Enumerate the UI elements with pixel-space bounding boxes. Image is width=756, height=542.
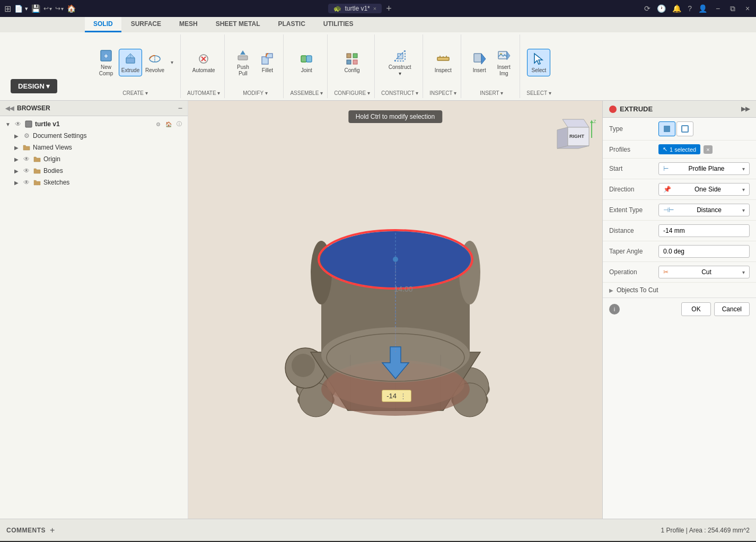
extrude-expand-icon[interactable]: ▶▶ [741, 106, 750, 112]
turtle-settings-icon[interactable]: ⚙ [154, 120, 162, 128]
save-button[interactable]: 💾 [31, 4, 40, 13]
profiles-clear-button[interactable]: × [704, 145, 712, 154]
automate-button[interactable]: Automate [192, 49, 215, 76]
redo-button[interactable]: ↪▾ [55, 5, 64, 12]
objects-to-cut-row[interactable]: ▶ Objects To Cut [603, 283, 756, 298]
browser-pin-icon[interactable]: − [178, 104, 182, 112]
tree-item-doc-settings[interactable]: ▶ ⚙ Document Settings [0, 130, 188, 142]
select-button[interactable]: Select [527, 49, 550, 76]
body-icon-turtle [24, 120, 33, 128]
collapse-icon[interactable]: ◀◀ [5, 105, 14, 112]
comments-label: COMMENTS [6, 527, 46, 534]
dimension-value-box[interactable]: -14 ⋮ [382, 390, 411, 402]
doc-settings-label: Document Settings [33, 132, 183, 139]
tab-mesh[interactable]: MESH [171, 17, 206, 32]
cancel-button[interactable]: Cancel [714, 302, 750, 316]
push-pull-button[interactable]: PushPull [231, 49, 254, 76]
construct-button[interactable]: Construct ▾ [388, 49, 411, 76]
select-group-label: SELECT ▾ [526, 90, 551, 96]
new-component-label: NewComp [99, 64, 113, 77]
maximize-button[interactable]: ⧉ [728, 4, 737, 13]
direction-select[interactable]: 📌 One Side ▾ [658, 183, 750, 196]
settings-icon-doc[interactable]: ⚙ [22, 132, 31, 140]
tree-item-bodies[interactable]: ▶ 👁 Bodies [0, 165, 188, 177]
tab-turtle[interactable]: 🐢 turtle v1* × [328, 4, 382, 13]
help-icon[interactable]: ? [688, 4, 692, 13]
extrude-title: EXTRUDE [620, 105, 653, 113]
close-window-button[interactable]: × [743, 4, 752, 13]
nav-cube[interactable]: RIGHT Z [549, 111, 597, 159]
app-menu[interactable]: 📄 ▾ [14, 5, 28, 13]
revolve-icon [147, 51, 162, 66]
configure-group-label: CONFIGURE ▾ [334, 90, 370, 96]
joint-button[interactable]: Joint [295, 49, 318, 76]
start-select[interactable]: ⊢ Profile Plane ▾ [658, 162, 750, 175]
taper-angle-input[interactable]: 0.0 deg [658, 245, 750, 258]
user-avatar[interactable]: 👤 [698, 4, 707, 13]
svg-point-44 [292, 354, 315, 377]
new-component-icon: + [99, 48, 113, 63]
distance-input[interactable]: -14 mm [658, 224, 750, 237]
tree-item-sketches[interactable]: ▶ 👁 Sketches [0, 177, 188, 188]
eye-icon-sketches[interactable]: 👁 [22, 178, 31, 187]
type-solid-button[interactable] [658, 121, 675, 136]
direction-control: 📌 One Side ▾ [658, 183, 750, 196]
tab-solid[interactable]: SOLID [85, 17, 121, 32]
tab-utilities[interactable]: UTILITIES [315, 17, 362, 32]
measure-button[interactable]: Inspect [432, 49, 455, 76]
history-icon[interactable]: 🕐 [657, 4, 666, 13]
type-thin-button[interactable] [676, 121, 693, 136]
eye-icon-turtle[interactable]: 👁 [14, 120, 22, 128]
tree-item-turtle[interactable]: ▼ 👁 turtle v1 ⚙ 🏠 ⓘ [0, 118, 188, 130]
new-tab-button[interactable]: + [386, 3, 392, 14]
info-button[interactable]: i [609, 304, 620, 314]
eye-icon-origin[interactable]: 👁 [22, 155, 31, 163]
tab-plastic[interactable]: PLASTIC [269, 17, 313, 32]
ribbon-group-construct: Construct ▾ CONSTRUCT ▾ [377, 34, 423, 98]
folder-icon-named-views [22, 143, 31, 152]
home-button[interactable]: 🏠 [67, 4, 76, 13]
tree-item-named-views[interactable]: ▶ Named Views [0, 142, 188, 153]
operation-label: Operation [609, 268, 654, 276]
extrude-button[interactable]: Extrude [119, 49, 142, 76]
tab-sheet-metal[interactable]: SHEET METAL [207, 17, 269, 32]
file-dropdown[interactable]: ▾ [25, 5, 28, 12]
tree-arrow-origin: ▶ [13, 155, 20, 163]
fillet-button[interactable]: Fillet [256, 49, 279, 76]
tree-arrow-bodies: ▶ [13, 167, 20, 174]
dimension-more-icon[interactable]: ⋮ [400, 392, 407, 400]
operation-chevron-icon: ▾ [742, 269, 745, 275]
turtle-home-icon[interactable]: 🏠 [164, 120, 173, 128]
grid-icon[interactable]: ⊞ [4, 4, 11, 14]
revolve-button[interactable]: Revolve [143, 49, 166, 76]
extent-type-control: ⊣⊢ Distance ▾ [658, 204, 750, 216]
extrude-label: Extrude [121, 67, 139, 74]
tree-item-origin[interactable]: ▶ 👁 Origin [0, 153, 188, 165]
operation-select[interactable]: ✂ Cut ▾ [658, 266, 750, 278]
push-pull-label: PushPull [237, 64, 249, 77]
eye-icon-bodies[interactable]: 👁 [22, 167, 31, 175]
notification-icon[interactable]: 🔔 [672, 4, 681, 13]
insert-button[interactable]: Insert [468, 49, 491, 76]
svg-text:Z: Z [593, 119, 596, 124]
design-button[interactable]: DESIGN ▾ [11, 79, 57, 93]
extent-type-select[interactable]: ⊣⊢ Distance ▾ [658, 204, 750, 216]
ribbon-group-insert: Insert InsertImg INSERT ▾ [463, 34, 520, 98]
viewport[interactable]: Hold Ctrl to modify selection [188, 101, 602, 519]
create-more-button[interactable]: ▾ [168, 49, 176, 76]
update-icon[interactable]: ⟳ [644, 4, 650, 13]
config-button[interactable]: Config [340, 49, 364, 76]
profiles-badge[interactable]: ↖ 1 selected [658, 144, 700, 154]
svg-rect-27 [474, 54, 481, 62]
tab-close-button[interactable]: × [373, 5, 376, 12]
extrude-circle-icon [609, 106, 617, 113]
add-comment-button[interactable]: + [50, 526, 55, 535]
turtle-info-icon[interactable]: ⓘ [175, 120, 183, 128]
insert-label: Insert [473, 67, 486, 74]
minimize-button[interactable]: − [714, 4, 722, 13]
ok-button[interactable]: OK [681, 302, 710, 316]
insert-img-button[interactable]: InsertImg [492, 49, 515, 76]
new-component-button[interactable]: + NewComp [94, 49, 118, 76]
tab-surface[interactable]: SURFACE [122, 17, 170, 32]
undo-button[interactable]: ↩▾ [43, 5, 52, 12]
